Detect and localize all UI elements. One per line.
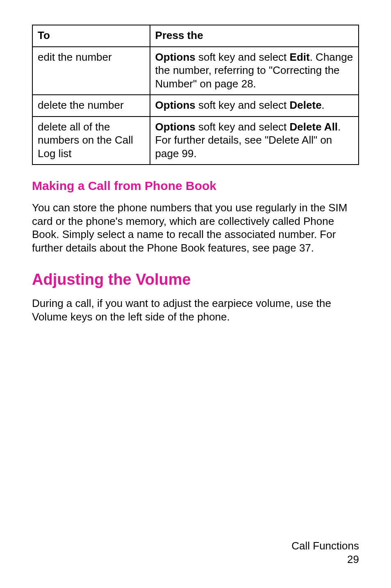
section-body-adjusting-volume: During a call, if you want to adjust the… bbox=[32, 297, 359, 323]
table-cell-to: delete all of the numbers on the Call Lo… bbox=[32, 117, 150, 165]
softkey-label: Options bbox=[155, 51, 196, 63]
table-header-row: To Press the bbox=[32, 25, 359, 47]
table-row: delete all of the numbers on the Call Lo… bbox=[32, 117, 359, 165]
select-label: Delete All bbox=[290, 121, 338, 133]
text-segment: soft key and select bbox=[196, 99, 290, 111]
footer-page-number: 29 bbox=[291, 553, 359, 566]
table-cell-press: Options soft key and select Edit. Change… bbox=[150, 47, 359, 95]
text-segment: soft key and select bbox=[196, 121, 290, 133]
footer-chapter: Call Functions bbox=[291, 539, 359, 553]
text-segment: soft key and select bbox=[196, 51, 290, 63]
page-footer: Call Functions 29 bbox=[291, 539, 359, 566]
section-heading-making-call: Making a Call from Phone Book bbox=[32, 179, 359, 193]
table-cell-to: edit the number bbox=[32, 47, 150, 95]
table-header-press: Press the bbox=[150, 25, 359, 47]
table-cell-to: delete the number bbox=[32, 95, 150, 117]
text-segment: . bbox=[322, 99, 325, 111]
page-content: To Press the edit the number Options sof… bbox=[0, 0, 391, 588]
softkey-label: Options bbox=[155, 121, 196, 133]
table-cell-press: Options soft key and select Delete. bbox=[150, 95, 359, 117]
softkey-label: Options bbox=[155, 99, 196, 111]
topic-heading-adjusting-volume: Adjusting the Volume bbox=[32, 271, 359, 288]
section-body-making-call: You can store the phone numbers that you… bbox=[32, 201, 359, 254]
table-row: delete the number Options soft key and s… bbox=[32, 95, 359, 117]
instruction-table: To Press the edit the number Options sof… bbox=[32, 25, 359, 165]
table-header-to: To bbox=[32, 25, 150, 47]
table-row: edit the number Options soft key and sel… bbox=[32, 47, 359, 95]
select-label: Edit bbox=[290, 51, 310, 63]
select-label: Delete bbox=[290, 99, 322, 111]
table-cell-press: Options soft key and select Delete All. … bbox=[150, 117, 359, 165]
